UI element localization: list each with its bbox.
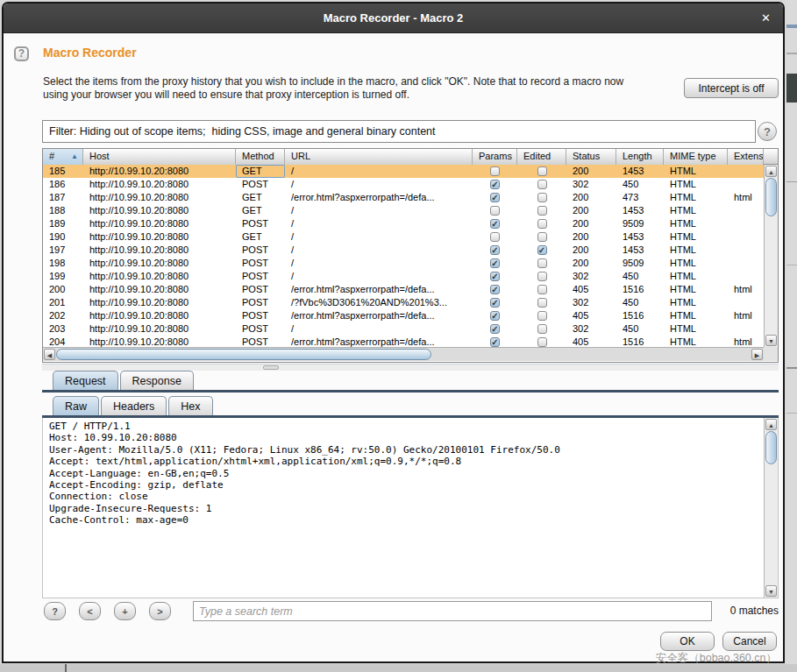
params-checkbox[interactable]: ✓ [490, 180, 500, 189]
cell-params [473, 230, 517, 244]
column-header-host[interactable]: Host [83, 149, 236, 165]
help-icon[interactable]: ? [14, 46, 29, 61]
search-help-button[interactable]: ? [44, 602, 66, 620]
cell-length: 1516 [616, 283, 664, 296]
search-add-button[interactable]: + [114, 602, 136, 620]
params-checkbox[interactable]: ✓ [490, 245, 500, 255]
splitter-grip-icon[interactable] [263, 365, 279, 370]
edited-checkbox[interactable] [537, 219, 547, 229]
request-vertical-scrollbar[interactable]: ▲ ▼ [764, 418, 778, 598]
column-header-edited[interactable]: Edited [517, 149, 566, 165]
table-row[interactable]: 187http://10.99.10.20:8080GET/error.html… [43, 191, 764, 204]
h-scrollbar-thumb[interactable] [56, 349, 431, 360]
cell-mime: HTML [664, 204, 728, 217]
edited-checkbox[interactable] [537, 232, 547, 242]
splitter-handle[interactable] [42, 364, 779, 371]
column-header-extension[interactable]: Extension [728, 149, 764, 165]
table-vertical-scrollbar[interactable]: ▲ ▼ [764, 165, 778, 347]
edited-checkbox[interactable] [537, 311, 547, 321]
table-row[interactable]: 190http://10.99.10.20:8080GET/2001453HTM… [43, 230, 764, 244]
edited-checkbox[interactable] [537, 272, 547, 281]
scroll-right-button[interactable]: ▶ [751, 349, 763, 360]
tab-raw[interactable]: Raw [53, 396, 99, 416]
column-header-number[interactable]: #▲ [43, 149, 83, 165]
scroll-up-button[interactable]: ▲ [765, 166, 777, 177]
cell-status: 200 [566, 204, 616, 217]
column-header-length[interactable]: Length [616, 149, 664, 165]
table-horizontal-scrollbar[interactable]: ◀ ▶ [43, 347, 764, 361]
edited-checkbox[interactable] [537, 285, 547, 294]
edited-checkbox[interactable] [537, 180, 547, 189]
edited-checkbox[interactable] [537, 193, 547, 202]
tab-headers[interactable]: Headers [101, 396, 167, 416]
cell-params [473, 204, 517, 217]
params-checkbox[interactable] [490, 206, 500, 216]
table-row[interactable]: 186http://10.99.10.20:8080POST/✓302450HT… [43, 178, 764, 191]
cell-params: ✓ [473, 178, 517, 191]
table-row[interactable]: 202http://10.99.10.20:8080POST/error.htm… [43, 309, 764, 322]
edited-checkbox[interactable] [537, 206, 547, 216]
cell-number: 202 [43, 309, 83, 322]
column-header-url[interactable]: URL [285, 149, 473, 165]
column-header-mime[interactable]: MIME type [664, 149, 728, 165]
table-row[interactable]: 185http://10.99.10.20:8080GET/2001453HTM… [43, 165, 764, 178]
cell-mime: HTML [664, 165, 728, 178]
tab-request[interactable]: Request [53, 371, 118, 391]
params-checkbox[interactable]: ✓ [490, 298, 500, 308]
table-row[interactable]: 198http://10.99.10.20:8080POST/✓2009509H… [43, 257, 764, 270]
ok-button[interactable]: OK [660, 632, 715, 651]
dialog-titlebar[interactable]: Macro Recorder - Macro 2 ✕ [4, 4, 783, 33]
scrollbar-thumb[interactable] [765, 178, 777, 216]
table-row[interactable]: 189http://10.99.10.20:8080POST/✓2009509H… [43, 217, 764, 230]
cancel-button[interactable]: Cancel [722, 632, 777, 651]
params-checkbox[interactable]: ✓ [490, 324, 500, 334]
edited-checkbox[interactable]: ✓ [537, 245, 547, 255]
cell-status: 200 [566, 244, 616, 257]
params-checkbox[interactable]: ✓ [490, 258, 500, 268]
column-header-method[interactable]: Method [236, 149, 285, 165]
search-next-button[interactable]: > [149, 602, 171, 620]
request-viewer[interactable]: GET / HTTP/1.1 Host: 10.99.10.20:8080 Us… [42, 418, 779, 598]
filter-bar[interactable]: Filter: Hiding out of scope items; hidin… [42, 120, 756, 143]
search-prev-button[interactable]: < [79, 602, 101, 620]
column-header-params[interactable]: Params [473, 149, 517, 165]
table-row[interactable]: 204http://10.99.10.20:8080POST/error.htm… [43, 336, 764, 347]
edited-checkbox[interactable] [537, 258, 547, 268]
params-checkbox[interactable]: ✓ [490, 285, 500, 294]
scroll-down-button[interactable]: ▼ [765, 335, 777, 346]
scroll-left-button[interactable]: ◀ [44, 349, 55, 360]
cell-number: 197 [43, 244, 83, 257]
cell-host: http://10.99.10.20:8080 [83, 283, 236, 296]
column-header-status[interactable]: Status [566, 149, 616, 165]
edited-checkbox[interactable] [537, 166, 547, 176]
table-row[interactable]: 199http://10.99.10.20:8080POST/✓302450HT… [43, 270, 764, 283]
params-checkbox[interactable] [490, 166, 500, 176]
scrollbar-thumb[interactable] [765, 431, 777, 464]
edited-checkbox[interactable] [537, 324, 547, 334]
close-icon[interactable]: ✕ [761, 4, 771, 32]
table-row[interactable]: 200http://10.99.10.20:8080POST/error.htm… [43, 283, 764, 296]
scroll-up-button[interactable]: ▲ [765, 419, 777, 430]
cell-mime: HTML [664, 296, 728, 309]
search-input[interactable] [193, 601, 712, 621]
scroll-down-button[interactable]: ▼ [765, 585, 777, 597]
params-checkbox[interactable] [490, 232, 500, 242]
edited-checkbox[interactable] [537, 298, 547, 308]
params-checkbox[interactable]: ✓ [490, 219, 500, 229]
intercept-toggle-button[interactable]: Intercept is off [684, 78, 779, 98]
table-row[interactable]: 201http://10.99.10.20:8080POST/?fVbc%3D3… [43, 296, 764, 309]
table-row[interactable]: 197http://10.99.10.20:8080POST/✓✓2001453… [43, 244, 764, 257]
edited-checkbox[interactable] [537, 337, 547, 347]
params-checkbox[interactable]: ✓ [490, 193, 500, 202]
tab-response[interactable]: Response [120, 371, 194, 391]
cell-params: ✓ [473, 322, 517, 336]
params-checkbox[interactable]: ✓ [490, 272, 500, 281]
cell-method: GET [236, 204, 285, 217]
params-checkbox[interactable]: ✓ [490, 337, 500, 347]
params-checkbox[interactable]: ✓ [490, 311, 500, 321]
filter-help-button[interactable]: ? [758, 122, 777, 141]
table-row[interactable]: 188http://10.99.10.20:8080GET/2001453HTM… [43, 204, 764, 217]
tab-hex[interactable]: Hex [168, 396, 212, 416]
cell-extension [728, 217, 764, 230]
table-row[interactable]: 203http://10.99.10.20:8080POST/✓302450HT… [43, 322, 764, 336]
